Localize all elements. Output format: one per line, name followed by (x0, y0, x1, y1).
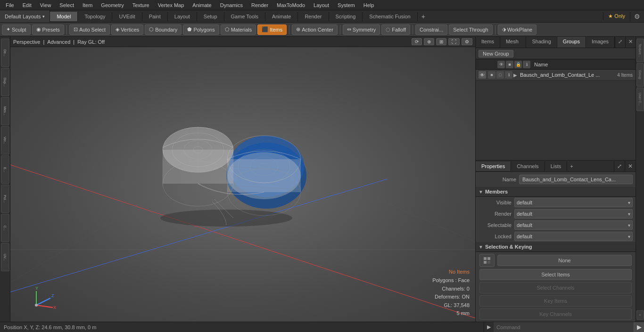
sel-keying-section-header[interactable]: ▼ Selection & Keying (476, 242, 636, 252)
items-button[interactable]: ⬛ Items (257, 24, 287, 35)
presets-button[interactable]: ◉ Presets (32, 24, 64, 35)
tab-model[interactable]: Model (50, 12, 78, 21)
panel-tab-mesh[interactable]: Mesh ... (500, 37, 527, 48)
command-input[interactable] (494, 322, 634, 332)
key-channels-button[interactable]: Key Channels (479, 308, 632, 320)
collapse-btn[interactable]: » (636, 310, 644, 320)
props-tab-channels[interactable]: Channels (511, 162, 545, 171)
menu-vertexmap[interactable]: Vertex Map (154, 1, 188, 9)
menu-select[interactable]: Select (56, 1, 78, 9)
group-lock-icon[interactable]: □ (496, 71, 504, 79)
select-through-button[interactable]: Select Through (449, 24, 492, 35)
sidebar-btn-cat[interactable]: C... (1, 214, 9, 242)
key-items-button[interactable]: Key Items (479, 295, 632, 307)
action-center-button[interactable]: ⊕ Action Center (292, 24, 338, 35)
tab-uvedit[interactable]: UVEdit (112, 12, 142, 21)
tab-scripting[interactable]: Scripting (329, 12, 363, 21)
settings-button[interactable]: ⚙ (630, 12, 644, 21)
menu-help[interactable]: Help (360, 1, 378, 9)
sidebar-btn-vert[interactable]: Ver... (1, 126, 9, 154)
group-expand-icon[interactable]: ▶ (513, 73, 519, 78)
sidebar-btn-deform[interactable]: De... (1, 39, 9, 67)
viewport-canvas[interactable]: Z Y X No Items Polygons : Face Channels:… (10, 47, 475, 322)
viewport-fit-btn[interactable]: ⊞ (436, 38, 446, 45)
menu-file[interactable]: File (2, 1, 18, 9)
sculpt-button[interactable]: ✦ Sculpt (2, 24, 31, 35)
tab-layout[interactable]: Layout (168, 12, 197, 21)
command-expand-icon[interactable]: ▶ (484, 324, 494, 330)
selectable-select[interactable]: default ▾ (514, 220, 633, 230)
boundary-button[interactable]: ⬡ Boundary (145, 24, 182, 35)
props-tab-properties[interactable]: Properties (476, 162, 511, 171)
sidebar-btn-dup[interactable]: Dup... (1, 68, 9, 96)
panel-tab-items[interactable]: Items (476, 37, 500, 48)
sidebar-btn-mesh[interactable]: Mes... (1, 97, 9, 125)
render-select[interactable]: default ▾ (514, 209, 633, 219)
layout-dropdown[interactable]: Default Layouts ▾ (0, 10, 50, 22)
group-list-item[interactable]: 👁 ■ □ ℹ ▶ Bausch_and_Lomb_Contact_Le ...… (476, 70, 636, 81)
none-button[interactable]: None (497, 255, 632, 266)
menu-dynamics[interactable]: Dynamics (216, 1, 247, 9)
panel-tab-shading[interactable]: Shading (526, 37, 557, 48)
viewport-rotate-btn[interactable]: ⟳ (412, 38, 422, 45)
menu-item[interactable]: Item (79, 1, 96, 9)
menu-animate[interactable]: Animate (189, 1, 215, 9)
panel-close-icon[interactable]: ✕ (625, 37, 636, 48)
sidebar-btn-uv[interactable]: UV... (1, 243, 9, 271)
sidebar-btn-edge[interactable]: E... (1, 155, 9, 184)
menu-view[interactable]: View (36, 1, 55, 9)
select-channels-button[interactable]: Select Channels (479, 282, 632, 293)
viewport[interactable]: Perspective | Advanced | Ray GL: Off ⟳ ⊕… (10, 37, 475, 322)
constrain-button[interactable]: Constrai... (415, 24, 447, 35)
props-expand-icon[interactable]: ⤢ (614, 161, 625, 171)
panel-tab-images[interactable]: Images (586, 37, 615, 48)
tab-gametools[interactable]: Game Tools (224, 12, 266, 21)
menu-edit[interactable]: Edit (19, 1, 35, 9)
group-info-icon[interactable]: ℹ (505, 71, 512, 79)
panel-expand-icon[interactable]: ⤢ (615, 37, 625, 48)
tab-topology[interactable]: Topology (78, 12, 112, 21)
vertices-button[interactable]: ◈ Vertices (111, 24, 143, 35)
sel-keying-icon-btn[interactable] (479, 254, 495, 267)
viewport-zoom-btn[interactable]: ⊕ (424, 38, 434, 45)
tab-render[interactable]: Render (298, 12, 329, 21)
tab-schematic-fusion[interactable]: Schematic Fusion (363, 12, 417, 21)
sidebar-btn-poly[interactable]: Pol... (1, 185, 9, 213)
star-only-button[interactable]: ★ Only (603, 12, 630, 20)
auto-select-button[interactable]: ⊡ Auto Select (69, 24, 110, 35)
texture-tab[interactable]: Texture... (636, 39, 644, 62)
select-items-button[interactable]: Select Items (479, 269, 632, 280)
menu-maxtomodo[interactable]: MaxToModo (273, 1, 309, 9)
locked-select[interactable]: default ▾ (514, 232, 633, 241)
user-c-tab[interactable]: User C... (636, 88, 644, 111)
tab-setup[interactable]: Setup (197, 12, 224, 21)
menu-render[interactable]: Render (248, 1, 272, 9)
menu-texture[interactable]: Texture (129, 1, 153, 9)
svg-rect-37 (484, 257, 487, 260)
tab-paint[interactable]: Paint (142, 12, 168, 21)
group-tab[interactable]: Group (636, 63, 644, 87)
group-render-icon[interactable]: ■ (488, 71, 495, 79)
new-group-button[interactable]: New Group (479, 50, 513, 57)
materials-button[interactable]: ⬠ Materials (221, 24, 256, 35)
name-input[interactable] (519, 175, 633, 184)
add-layout-tab-button[interactable]: + (418, 11, 429, 22)
command-submit-button[interactable]: ▶ (634, 322, 644, 332)
panel-tab-groups[interactable]: Groups (557, 37, 586, 48)
group-visible-icon[interactable]: 👁 (479, 71, 486, 79)
menu-geometry[interactable]: Geometry (97, 1, 127, 9)
menu-system[interactable]: System (334, 1, 359, 9)
viewport-settings-btn[interactable]: ⚙ (462, 38, 472, 45)
workplane-button[interactable]: ⬗ WorkPlane (498, 24, 537, 35)
add-props-tab-button[interactable]: + (567, 162, 576, 171)
visible-select[interactable]: default ▾ (514, 198, 633, 207)
props-tab-lists[interactable]: Lists (545, 162, 568, 171)
tab-animate[interactable]: Animate (265, 12, 298, 21)
polygons-button[interactable]: ⬟ Polygons (183, 24, 219, 35)
falloff-button[interactable]: ◌ Falloff (381, 24, 410, 35)
symmetry-button[interactable]: ⇔ Symmetry (343, 24, 380, 35)
menu-layout[interactable]: Layout (310, 1, 333, 9)
props-close-icon[interactable]: ✕ (625, 161, 636, 171)
members-section-header[interactable]: ▼ Members (476, 187, 636, 197)
viewport-expand-btn[interactable]: ⛶ (448, 38, 460, 45)
